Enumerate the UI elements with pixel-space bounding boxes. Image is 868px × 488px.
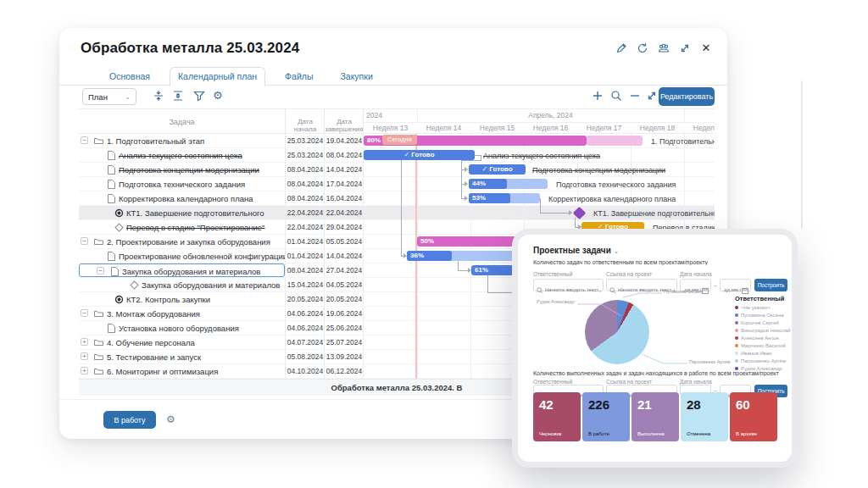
edit-icon[interactable] bbox=[615, 42, 627, 54]
dashboard-overlay: Проектные задачи ⌄ Количество задач по о… bbox=[512, 229, 798, 468]
zoom-out-icon[interactable] bbox=[629, 90, 641, 102]
task-name: 2. Проектирование и закупка оборудования bbox=[107, 237, 270, 247]
task-name: КТ2. Контроль закупки bbox=[126, 295, 210, 304]
tab-calendar-plan[interactable]: Календарный план bbox=[170, 67, 265, 86]
expand-plus-icon[interactable]: + bbox=[81, 367, 88, 374]
close-icon[interactable]: ✕ bbox=[700, 42, 712, 54]
legend-item: Королев Сергей bbox=[735, 320, 779, 325]
today-badge: Сегодня bbox=[382, 135, 417, 145]
gantt-bar-label: 1. Подготовительный этап bbox=[651, 137, 715, 146]
week-label: Неделя 14 bbox=[417, 124, 470, 132]
gantt-toolbar: План ⌄ ⚙ Редактировать bbox=[59, 87, 727, 108]
task-status-cards: 42 Черновик 226 В работе 21 Выполнена 28… bbox=[533, 392, 779, 441]
document-icon bbox=[107, 194, 116, 203]
gantt-bar[interactable]: 53% bbox=[469, 193, 510, 203]
collapse-icon[interactable]: − bbox=[97, 267, 104, 274]
stage-diamond-icon bbox=[114, 223, 124, 232]
gantt-bar-remainder[interactable] bbox=[587, 136, 643, 146]
col-end: Дата завершения bbox=[325, 118, 364, 133]
gantt-bar-done[interactable]: ✓ Готово bbox=[469, 164, 526, 175]
chart1-subtitle: Количество задач по ответственным по все… bbox=[533, 259, 708, 265]
calendar-icon bbox=[742, 282, 748, 289]
legend-item: Иванов Иван bbox=[735, 351, 771, 356]
task-name: Установка нового оборудования bbox=[119, 324, 239, 333]
collapse-icon[interactable]: − bbox=[81, 309, 88, 317]
legend-item: Пархоменко Артём bbox=[735, 358, 786, 363]
collapse-icon[interactable]: − bbox=[81, 237, 88, 245]
tab-main[interactable]: Основная bbox=[102, 68, 158, 86]
responsible-search-input[interactable] bbox=[533, 279, 604, 291]
folder-icon bbox=[94, 136, 103, 146]
legend-item: <Не указан> bbox=[735, 305, 771, 310]
milestone-icon bbox=[114, 295, 124, 304]
expand-plus-icon[interactable]: + bbox=[81, 352, 88, 360]
legend-item: Виноградов Николай bbox=[735, 328, 790, 333]
chart2-subtitle: Количество выполненных задач и задач нах… bbox=[533, 370, 779, 376]
collapse-icon[interactable]: − bbox=[81, 136, 88, 144]
dependency-line bbox=[461, 160, 462, 198]
tab-files[interactable]: Файлы bbox=[277, 68, 320, 86]
filter-label-project: Ссылка на проект bbox=[606, 271, 652, 277]
tab-purchases[interactable]: Закупки bbox=[332, 68, 380, 86]
week-label: Неделя 16 bbox=[524, 124, 577, 132]
stat-card-draft: 42 Черновик bbox=[533, 392, 581, 441]
stat-card-cancelled: 28 Отменена bbox=[681, 392, 728, 441]
task-name: Перевод в стадию "Проектирование" bbox=[126, 223, 264, 232]
task-name: Закупка оборудования и материалов bbox=[142, 280, 280, 290]
folder-icon bbox=[94, 367, 103, 376]
dashboard-title[interactable]: Проектные задачи ⌄ bbox=[533, 246, 619, 255]
gantt-bar-done[interactable]: ✓ Готово bbox=[364, 150, 475, 160]
timeline-months: 2024 Апрель, 2024 bbox=[364, 109, 715, 123]
legend-item: Алексеев Антон bbox=[735, 336, 779, 341]
week-label: Неделя 17 bbox=[577, 124, 631, 132]
to-work-button[interactable]: В работу bbox=[103, 411, 156, 429]
view-select[interactable]: План ⌄ bbox=[82, 88, 136, 105]
task-name: Корректировка календарного плана bbox=[119, 194, 253, 203]
dependency-line bbox=[475, 155, 481, 156]
chevron-down-icon: ⌄ bbox=[614, 247, 620, 255]
expand-icon[interactable] bbox=[679, 42, 691, 54]
col-task: Задача bbox=[79, 118, 285, 126]
page: Обработка металла 25.03.2024 ✕ Основная … bbox=[0, 0, 868, 488]
gantt-bar[interactable]: 44% bbox=[469, 179, 507, 189]
calendar-icon bbox=[702, 282, 709, 289]
chevron-down-icon: ⌄ bbox=[125, 93, 131, 101]
document-icon bbox=[107, 180, 116, 189]
search-icon bbox=[609, 282, 616, 289]
build-button-1[interactable]: Построить bbox=[754, 279, 787, 291]
stage-diamond-icon bbox=[130, 280, 139, 290]
gantt-bar[interactable]: 36% bbox=[407, 251, 452, 261]
stat-card-inwork: 226 В работе bbox=[582, 392, 630, 441]
gantt-bar-label: Анализ текущего состояния цеха bbox=[483, 152, 600, 160]
legend-title: Ответственный bbox=[735, 295, 784, 302]
filter-label-responsible: Ответственный bbox=[533, 271, 572, 277]
task-name: Закупка оборудования и материалов bbox=[122, 267, 260, 276]
refresh-icon[interactable] bbox=[637, 42, 648, 54]
task-name: Подготовка технического задания bbox=[119, 180, 245, 189]
gantt-bar-label: Подготовка технического задания bbox=[556, 180, 676, 189]
table-header: Задача Дата начала Дата завершения 2024 … bbox=[79, 108, 715, 134]
search-icon bbox=[537, 282, 543, 289]
edit-plan-button[interactable]: Редактировать bbox=[659, 87, 715, 106]
stat-card-archived: 60 В архиве bbox=[730, 392, 777, 441]
week-label: Неделя 19 bbox=[684, 124, 715, 132]
pie-callout: Пархоменко Артём bbox=[689, 359, 731, 364]
collapse-rows-icon[interactable] bbox=[153, 90, 164, 102]
settings-icon[interactable]: ⚙ bbox=[213, 90, 225, 102]
team-icon[interactable] bbox=[658, 42, 670, 54]
date-to-input[interactable] bbox=[720, 279, 751, 291]
expand-rows-icon[interactable] bbox=[172, 90, 184, 102]
folder-icon bbox=[94, 309, 103, 319]
filter-icon[interactable] bbox=[193, 90, 205, 102]
fullscreen-icon[interactable] bbox=[646, 90, 658, 102]
folder-icon bbox=[94, 237, 103, 247]
footer-settings-icon[interactable]: ⚙ bbox=[166, 413, 175, 425]
zoom-in-icon[interactable] bbox=[592, 90, 604, 102]
search-icon[interactable] bbox=[610, 90, 622, 102]
legend-item: Марченко Василий bbox=[735, 343, 786, 348]
task-name: КТ1. Завершение подготовительного bbox=[126, 208, 264, 218]
timeline-month: Апрель, 2024 bbox=[417, 111, 684, 119]
tab-bar: Основная Календарный план Файлы Закупки bbox=[102, 66, 710, 86]
expand-plus-icon[interactable]: + bbox=[81, 338, 88, 346]
task-name: 4. Обучение персонала bbox=[107, 338, 195, 347]
